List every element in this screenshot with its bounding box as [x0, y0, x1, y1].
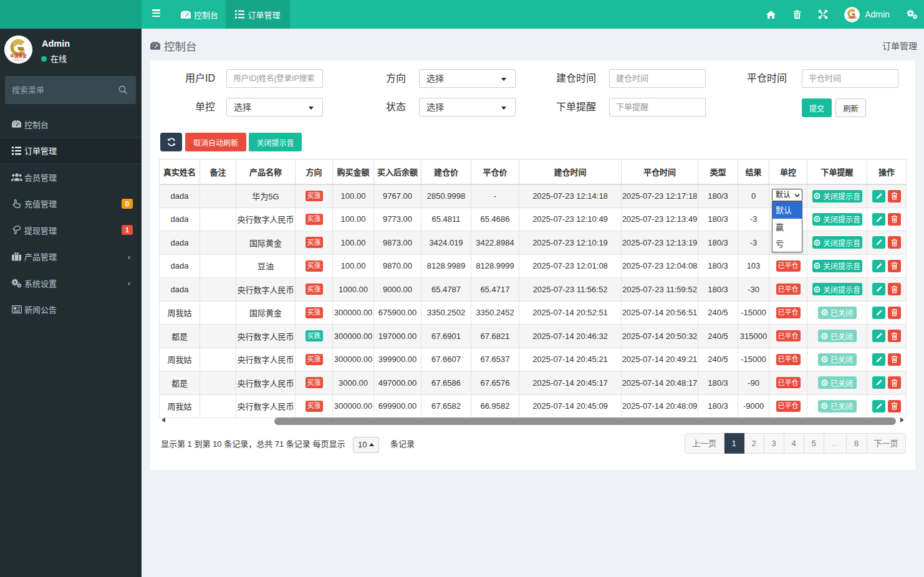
svg-text:中国黄金: 中国黄金: [847, 16, 857, 19]
svg-text:中国黄金: 中国黄金: [10, 53, 27, 59]
svg-text:CHINA GOLD: CHINA GOLD: [849, 19, 856, 21]
svg-text:CHINA GOLD: CHINA GOLD: [12, 59, 25, 62]
